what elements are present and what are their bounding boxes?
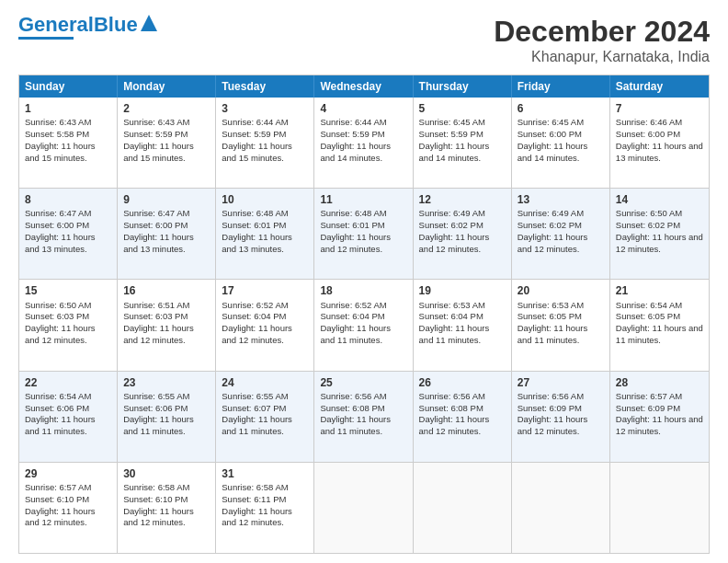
day-number: 28 [616, 375, 703, 390]
daylight-text: Daylight: 11 hours and 11 minutes. [616, 323, 703, 345]
daylight-text: Daylight: 11 hours and 12 minutes. [616, 232, 703, 254]
sunrise-text: Sunrise: 6:51 AM [123, 300, 189, 310]
sunset-text: Sunset: 5:58 PM [25, 129, 89, 139]
calendar-cell: 8Sunrise: 6:47 AMSunset: 6:00 PMDaylight… [19, 189, 118, 279]
day-number: 17 [222, 283, 308, 298]
sunrise-text: Sunrise: 6:47 AM [25, 208, 91, 218]
sunset-text: Sunset: 6:00 PM [25, 220, 89, 230]
calendar-body: 1Sunrise: 6:43 AMSunset: 5:58 PMDaylight… [19, 98, 709, 553]
calendar-row-5: 29Sunrise: 6:57 AMSunset: 6:10 PMDayligh… [19, 462, 709, 553]
daylight-text: Daylight: 11 hours and 12 minutes. [25, 506, 96, 528]
daylight-text: Daylight: 11 hours and 12 minutes. [419, 232, 490, 254]
sunrise-text: Sunrise: 6:57 AM [25, 482, 91, 492]
calendar-cell: 21Sunrise: 6:54 AMSunset: 6:05 PMDayligh… [610, 280, 709, 370]
sunset-text: Sunset: 5:59 PM [320, 129, 384, 139]
calendar-cell: 7Sunrise: 6:46 AMSunset: 6:00 PMDaylight… [610, 98, 709, 188]
day-number: 22 [25, 375, 111, 390]
daylight-text: Daylight: 11 hours and 13 minutes. [616, 141, 703, 163]
daylight-text: Daylight: 11 hours and 12 minutes. [518, 232, 588, 254]
day-number: 19 [419, 283, 506, 298]
sunset-text: Sunset: 6:02 PM [419, 220, 483, 230]
sunset-text: Sunset: 5:59 PM [123, 129, 188, 139]
sunset-text: Sunset: 6:04 PM [320, 311, 384, 321]
sunset-text: Sunset: 6:10 PM [123, 494, 188, 504]
header-monday: Monday [118, 75, 216, 98]
daylight-text: Daylight: 11 hours and 12 minutes. [222, 506, 292, 528]
day-number: 8 [25, 192, 111, 207]
calendar-cell: 12Sunrise: 6:49 AMSunset: 6:02 PMDayligh… [414, 189, 512, 279]
sunset-text: Sunset: 5:59 PM [222, 129, 286, 139]
daylight-text: Daylight: 11 hours and 14 minutes. [419, 141, 490, 163]
day-number: 21 [616, 283, 703, 298]
logo-blue: Blue [94, 13, 138, 36]
logo-line [18, 37, 74, 40]
day-number: 12 [419, 192, 506, 207]
day-number: 3 [222, 101, 308, 116]
sunrise-text: Sunrise: 6:43 AM [123, 117, 189, 127]
calendar-cell: 20Sunrise: 6:53 AMSunset: 6:05 PMDayligh… [512, 280, 610, 370]
calendar-cell: 22Sunrise: 6:54 AMSunset: 6:06 PMDayligh… [19, 372, 118, 462]
calendar-cell: 31Sunrise: 6:58 AMSunset: 6:11 PMDayligh… [216, 463, 314, 553]
calendar-cell: 25Sunrise: 6:56 AMSunset: 6:08 PMDayligh… [314, 372, 413, 462]
day-number: 10 [222, 192, 308, 207]
daylight-text: Daylight: 11 hours and 13 minutes. [25, 232, 96, 254]
calendar-cell: 16Sunrise: 6:51 AMSunset: 6:03 PMDayligh… [118, 280, 216, 370]
day-number: 15 [25, 283, 111, 298]
sunset-text: Sunset: 6:09 PM [616, 403, 680, 413]
calendar-cell: 6Sunrise: 6:45 AMSunset: 6:00 PMDaylight… [512, 98, 610, 188]
calendar-header: Sunday Monday Tuesday Wednesday Thursday… [19, 75, 709, 98]
title-block: December 2024 Khanapur, Karnataka, India [494, 15, 710, 65]
calendar-cell: 30Sunrise: 6:58 AMSunset: 6:10 PMDayligh… [118, 463, 216, 553]
calendar-cell: 10Sunrise: 6:48 AMSunset: 6:01 PMDayligh… [216, 189, 314, 279]
day-number: 25 [320, 375, 406, 390]
sunrise-text: Sunrise: 6:57 AM [616, 391, 682, 401]
header-sunday: Sunday [19, 75, 118, 98]
day-number: 23 [123, 375, 210, 390]
daylight-text: Daylight: 11 hours and 11 minutes. [419, 323, 490, 345]
calendar-cell [414, 463, 512, 553]
calendar-cell: 2Sunrise: 6:43 AMSunset: 5:59 PMDaylight… [118, 98, 216, 188]
calendar-cell: 5Sunrise: 6:45 AMSunset: 5:59 PMDaylight… [414, 98, 512, 188]
sunrise-text: Sunrise: 6:54 AM [616, 300, 682, 310]
sunrise-text: Sunrise: 6:45 AM [419, 117, 485, 127]
day-number: 27 [518, 375, 604, 390]
sunrise-text: Sunrise: 6:55 AM [123, 391, 189, 401]
daylight-text: Daylight: 11 hours and 13 minutes. [123, 232, 194, 254]
day-number: 14 [616, 192, 703, 207]
daylight-text: Daylight: 11 hours and 12 minutes. [518, 414, 588, 436]
sunset-text: Sunset: 6:00 PM [616, 129, 680, 139]
sunrise-text: Sunrise: 6:52 AM [320, 300, 386, 310]
daylight-text: Daylight: 11 hours and 11 minutes. [123, 414, 194, 436]
day-number: 13 [518, 192, 604, 207]
sunrise-text: Sunrise: 6:49 AM [419, 208, 485, 218]
daylight-text: Daylight: 11 hours and 11 minutes. [518, 323, 588, 345]
sunset-text: Sunset: 6:02 PM [518, 220, 582, 230]
calendar-cell: 17Sunrise: 6:52 AMSunset: 6:04 PMDayligh… [216, 280, 314, 370]
calendar-cell: 14Sunrise: 6:50 AMSunset: 6:02 PMDayligh… [610, 189, 709, 279]
daylight-text: Daylight: 11 hours and 11 minutes. [320, 414, 391, 436]
daylight-text: Daylight: 11 hours and 11 minutes. [25, 414, 96, 436]
daylight-text: Daylight: 11 hours and 13 minutes. [222, 232, 292, 254]
calendar: Sunday Monday Tuesday Wednesday Thursday… [18, 75, 710, 554]
day-number: 7 [616, 101, 703, 116]
logo-icon [141, 15, 157, 31]
daylight-text: Daylight: 11 hours and 12 minutes. [616, 414, 703, 436]
sunrise-text: Sunrise: 6:43 AM [25, 117, 91, 127]
daylight-text: Daylight: 11 hours and 12 minutes. [320, 232, 391, 254]
calendar-cell: 13Sunrise: 6:49 AMSunset: 6:02 PMDayligh… [512, 189, 610, 279]
logo-general: General [18, 13, 94, 36]
sunrise-text: Sunrise: 6:58 AM [222, 482, 288, 492]
sunset-text: Sunset: 6:11 PM [222, 494, 286, 504]
page: GeneralBlue December 2024 Khanapur, Karn… [0, 0, 728, 563]
daylight-text: Daylight: 11 hours and 12 minutes. [419, 414, 490, 436]
day-number: 24 [222, 375, 308, 390]
sunrise-text: Sunrise: 6:49 AM [518, 208, 584, 218]
sunrise-text: Sunrise: 6:50 AM [616, 208, 682, 218]
header-tuesday: Tuesday [216, 75, 314, 98]
calendar-cell: 27Sunrise: 6:56 AMSunset: 6:09 PMDayligh… [512, 372, 610, 462]
header-friday: Friday [512, 75, 610, 98]
day-number: 31 [222, 466, 308, 481]
sunrise-text: Sunrise: 6:50 AM [25, 300, 91, 310]
sunrise-text: Sunrise: 6:54 AM [25, 391, 91, 401]
daylight-text: Daylight: 11 hours and 12 minutes. [222, 323, 292, 345]
